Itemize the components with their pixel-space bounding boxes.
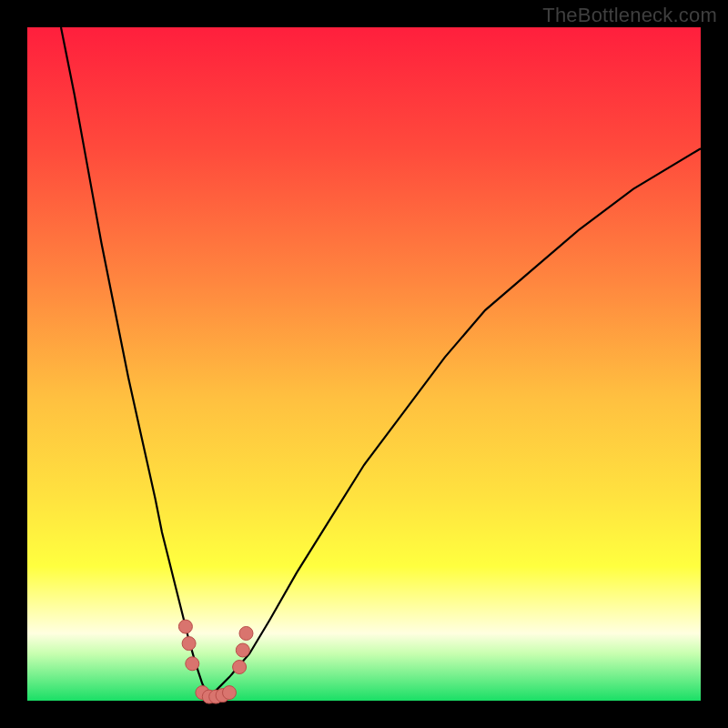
chart-frame: TheBottleneck.com (0, 0, 728, 728)
chart-svg (0, 0, 728, 728)
data-marker (182, 637, 196, 651)
plot-area (27, 27, 701, 701)
data-marker (233, 661, 247, 674)
data-marker (223, 686, 237, 700)
data-marker (186, 657, 199, 671)
data-marker (178, 620, 192, 633)
data-marker (236, 643, 249, 657)
watermark-text: TheBottleneck.com (542, 4, 717, 27)
data-marker (239, 627, 253, 641)
